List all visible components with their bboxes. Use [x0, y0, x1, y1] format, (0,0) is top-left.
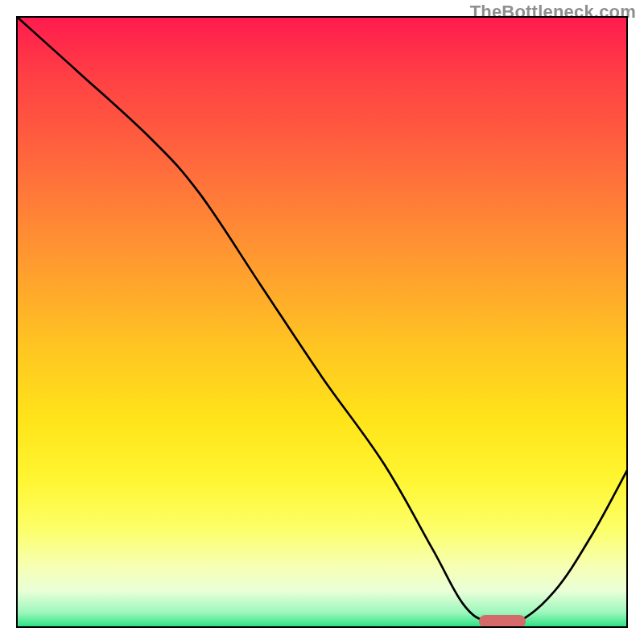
bottleneck-curve [16, 16, 628, 628]
curve-path [16, 16, 628, 625]
optimal-marker [479, 615, 526, 628]
chart-root: TheBottleneck.com [0, 0, 644, 644]
plot-area [16, 16, 628, 628]
